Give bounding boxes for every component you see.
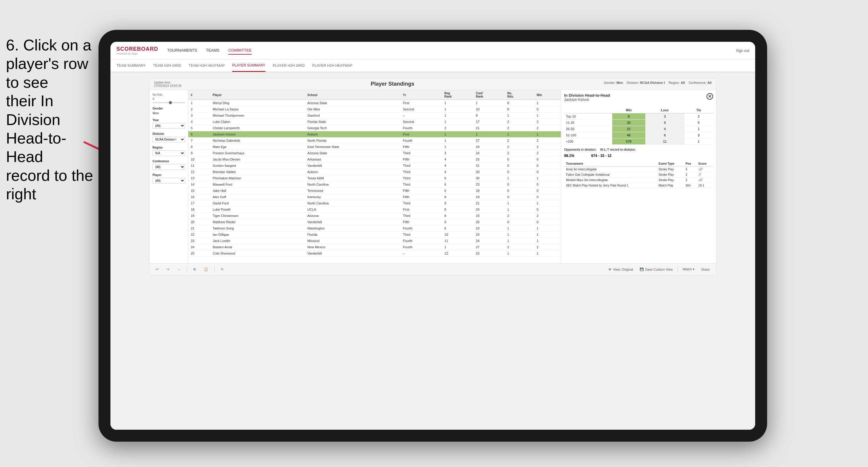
cell-player: Michael Thorbjornsen (211, 113, 305, 119)
region-select[interactable]: N/A (153, 150, 185, 156)
cell-conf: 26 (473, 219, 505, 225)
table-row[interactable]: 1 Wenyi Ding Arizona State First 1 1 8 1 (188, 100, 561, 106)
cell-rds: 1 (505, 250, 534, 257)
slider-thumb[interactable] (169, 101, 172, 104)
share-button[interactable]: Share (700, 267, 712, 273)
record-value: 674 - 33 - 12 (591, 154, 612, 158)
cell-win: 0 (534, 163, 561, 169)
save-custom-button[interactable]: 💾 Save Custom View (638, 267, 675, 273)
cell-yr: Fourth (401, 244, 442, 250)
table-row[interactable]: 12 Brendan Valdes Auburn Third 4 20 0 0 (188, 169, 561, 175)
rank-loss: 3 (645, 114, 684, 120)
table-row[interactable]: 18 Luke Powell UCLA First 8 24 1 0 (188, 207, 561, 213)
cell-yr: Fifth (401, 188, 442, 194)
tab-team-summary[interactable]: TEAM SUMMARY (116, 60, 146, 71)
cell-num: 21 (188, 225, 211, 231)
cell-win: 1 (534, 250, 561, 257)
panel-filters-display: Gender: Men Division: NCAA Division I Re… (603, 81, 712, 85)
logo-area: SCOREBOARD Powered by clippi (116, 46, 158, 55)
table-row[interactable]: 9 Preston Summerhays Arizona State Third… (188, 150, 561, 156)
h2h-rank-body: Top 10 8 3 2 11-25 20 9 5 26-50 22 4 1 5… (564, 114, 713, 145)
h2h-tie-col: Tie (684, 107, 713, 114)
undo-button[interactable]: ↩ (154, 267, 160, 272)
table-row[interactable]: 15 Jake Hall Tennessee Fifth 6 18 0 0 (188, 188, 561, 194)
table-row[interactable]: 22 Ian Gilligan Florida Third 10 24 1 1 (188, 231, 561, 238)
cell-num: 7 (188, 137, 211, 144)
cell-yr: Third (401, 200, 442, 207)
tab-player-h2h-grid[interactable]: PLAYER H2H GRID (273, 60, 305, 71)
table-row[interactable]: 2 Michael La Sasso Ole Miss Second 1 10 … (188, 106, 561, 113)
table-row[interactable]: 16 Alex Goff Kentucky Fifth 8 19 0 0 (188, 194, 561, 200)
table-row[interactable]: 14 Maxwell Ford North Carolina Third 6 2… (188, 181, 561, 188)
rank-win: 8 (612, 114, 645, 120)
table-row[interactable]: 8 Mats Ege East Tennessee State Fifth 1 … (188, 144, 561, 150)
nav-committee[interactable]: COMMITTEE (228, 46, 252, 55)
cell-rds: 2 (505, 150, 534, 156)
cell-win: 2 (534, 244, 561, 250)
table-row[interactable]: 4 Luke Claton Florida State Second 1 17 … (188, 119, 561, 125)
cell-yr: Fourth (401, 125, 442, 131)
cell-yr: Fifth (401, 156, 442, 163)
tablet-screen: SCOREBOARD Powered by clippi TOURNAMENTS… (111, 42, 755, 430)
table-row[interactable]: 11 Gordon Sargent Vanderbilt Third 4 21 … (188, 163, 561, 169)
division-select[interactable]: NCAA Division I (153, 137, 185, 142)
table-row[interactable]: 24 Bastien Amat New Mexico Fourth 1 27 2… (188, 244, 561, 250)
logo-text: SCOREBOARD (116, 46, 158, 52)
forward-button[interactable]: → (176, 267, 182, 272)
year-select[interactable]: (All) (153, 123, 185, 129)
cell-win: 0 (534, 219, 561, 225)
cell-school: Missouri (305, 238, 401, 244)
tournament-table: Tournament Event Type Pos Score Amer Ari… (564, 161, 713, 188)
refresh-button[interactable]: ↻ (219, 267, 225, 272)
record-label: W-L-T record in-division: (600, 148, 636, 151)
region-filter-label: Region: (669, 81, 680, 85)
division-label: Division (153, 132, 185, 135)
cell-school: North Florida (305, 137, 401, 144)
table-row[interactable]: 25 Cole Sherwood Vanderbilt – 12 23 1 1 (188, 250, 561, 257)
copy-button[interactable]: ⧉ (192, 267, 197, 272)
table-row[interactable]: 7 Nicholas Gabrelcik North Florida Fourt… (188, 137, 561, 144)
region-label: Region (153, 146, 185, 149)
redo-button[interactable]: ↪ (165, 267, 171, 272)
paste-button[interactable]: 📋 (202, 267, 210, 272)
cell-win: 2 (534, 144, 561, 150)
h2h-close-button[interactable]: ✕ (707, 93, 713, 100)
table-row[interactable]: 5 Christo Lamprecht Georgia Tech Fourth … (188, 125, 561, 131)
tab-team-h2h-grid[interactable]: TEAM H2H GRID (153, 60, 181, 71)
cell-school: New Mexico (305, 244, 401, 250)
cell-school: UCLA (305, 207, 401, 213)
tab-player-h2h-heatmap[interactable]: PLAYER H2H HEATMAP (312, 60, 352, 71)
cell-num: 23 (188, 238, 211, 244)
conference-filter-section: Conference (All) (153, 160, 185, 170)
watch-button[interactable]: Watch ▾ (681, 267, 696, 273)
cell-num: 11 (188, 163, 211, 169)
player-select[interactable]: (All) (153, 178, 185, 184)
conference-select[interactable]: (All) (153, 164, 185, 170)
table-row[interactable]: 23 Jack Lundin Missouri Fourth 11 24 1 1 (188, 238, 561, 244)
cell-conf: 21 (473, 163, 505, 169)
tab-team-h2h-heatmap[interactable]: TEAM H2H HEATMAP (189, 60, 225, 71)
table-row[interactable]: 10 Jacob Mou-Olesen Arkansas Fifth 4 25 … (188, 156, 561, 163)
panel-header: Update time: 27/03/2024 16:56:26 Player … (150, 79, 716, 90)
table-row[interactable]: 3 Michael Thorbjornsen Stanford – 1 8 1 … (188, 113, 561, 119)
nav-teams[interactable]: TEAMS (206, 46, 219, 55)
table-row[interactable]: 17 David Ford North Carolina Third 8 21 … (188, 200, 561, 207)
cell-school: Florida State (305, 119, 401, 125)
rank-win: 20 (612, 120, 645, 126)
cell-reg: 11 (442, 238, 473, 244)
rank-label: 51-100 (564, 132, 612, 138)
sign-out-link[interactable]: Sign out (736, 49, 749, 53)
view-original-button[interactable]: 👁 View: Original (607, 267, 635, 273)
table-row[interactable]: 13 Phichaksn Maichon Texas A&M Third 6 3… (188, 175, 561, 181)
cell-reg: 1 (442, 119, 473, 125)
table-row[interactable]: 21 Taehoon Song Washington Fourth 6 23 1… (188, 225, 561, 231)
cell-reg: 8 (442, 213, 473, 219)
no-rds-slider[interactable] (153, 102, 185, 103)
nav-tournaments[interactable]: TOURNAMENTS (167, 46, 197, 55)
cell-num: 13 (188, 175, 211, 181)
table-row[interactable]: 20 Matthew Riedel Vanderbilt Fifth 9 26 … (188, 219, 561, 225)
cell-win: 1 (534, 200, 561, 207)
table-row[interactable]: 19 Tiger Christensen Arizona Third 8 23 … (188, 213, 561, 219)
tab-player-summary[interactable]: PLAYER SUMMARY (232, 60, 266, 72)
table-row[interactable]: 6 Jackson Koivun Auburn First 1 1 1 1 (188, 131, 561, 137)
